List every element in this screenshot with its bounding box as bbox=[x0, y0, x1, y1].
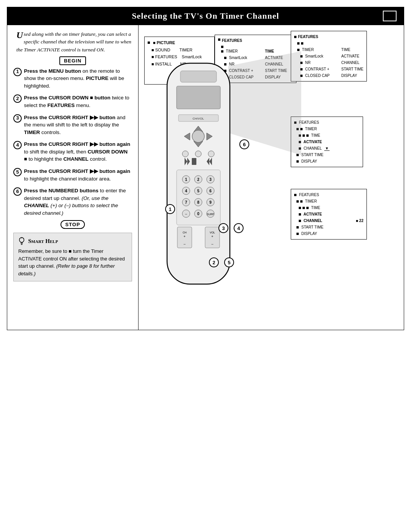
menu-box-4: FEATURES TIMER TIME ACTIVATE CHANNEL ▼ S… bbox=[291, 117, 363, 167]
left-panel: U sed along with the on timer feature, y… bbox=[7, 25, 139, 330]
step-3: 3 Press the CURSOR RIGHT ▶▶ button and t… bbox=[13, 114, 132, 136]
diagram-step-2: 2 bbox=[209, 257, 219, 267]
svg-text:CH/VOL: CH/VOL bbox=[193, 117, 204, 120]
intro-text: U sed along with the on timer feature, y… bbox=[13, 30, 132, 54]
menu-box-5: FEATURES TIMER TIME ACTIVATE CHANNEL ■ 2… bbox=[291, 189, 367, 240]
svg-text:8: 8 bbox=[197, 200, 199, 204]
step-1: 1 Press the MENU button on the remote to… bbox=[13, 67, 132, 90]
page-bottom bbox=[0, 330, 411, 361]
step-text-6: Press the NUMBERED buttons to enter the … bbox=[24, 187, 132, 217]
stop-text: STOP bbox=[61, 220, 84, 229]
step-number-4: 4 bbox=[13, 141, 22, 149]
header-box bbox=[383, 11, 397, 21]
svg-text:–: – bbox=[183, 242, 185, 246]
svg-rect-8 bbox=[180, 71, 217, 82]
svg-point-41 bbox=[192, 130, 204, 142]
begin-text: BEGIN bbox=[59, 56, 86, 65]
menu1-picture: ■ PICTURE bbox=[148, 39, 211, 46]
step-number-6: 6 bbox=[13, 187, 22, 196]
svg-text:–: – bbox=[185, 212, 187, 216]
svg-text:7: 7 bbox=[185, 200, 187, 204]
svg-text:CH: CH bbox=[183, 231, 186, 234]
smart-help-body: Remember, be sure to ■ turn the Timer AC… bbox=[18, 248, 127, 277]
step-text-4: Press the CURSOR RIGHT ▶▶ button again t… bbox=[24, 141, 132, 163]
step-text-5: Press the CURSOR RIGHT ▶▶ button again t… bbox=[24, 168, 132, 182]
smart-help-box: Smart Help Remember, be sure to ■ turn t… bbox=[13, 233, 132, 281]
step-5: 5 Press the CURSOR RIGHT ▶▶ button again… bbox=[13, 168, 132, 182]
svg-text:9: 9 bbox=[209, 200, 212, 204]
stop-label: STOP bbox=[13, 221, 132, 227]
svg-text:SURF: SURF bbox=[207, 213, 214, 216]
intro-body: sed along with the on timer feature, you… bbox=[16, 31, 131, 53]
step-4: 4 Press the CURSOR RIGHT ▶▶ button again… bbox=[13, 141, 132, 163]
diagram-step-5: 5 bbox=[224, 257, 234, 267]
svg-rect-9 bbox=[177, 86, 220, 109]
svg-text:1: 1 bbox=[185, 177, 187, 182]
svg-text:6: 6 bbox=[209, 189, 212, 193]
smart-help-title-text: Smart Help bbox=[28, 238, 58, 244]
diagram-area: ■ PICTURE ■ SOUND TIMER ■ FEATURES Smart… bbox=[142, 29, 400, 326]
step-text-3: Press the CURSOR RIGHT ▶▶ button and the… bbox=[24, 114, 132, 136]
svg-point-42 bbox=[182, 151, 188, 157]
svg-text:+: + bbox=[183, 235, 185, 238]
diagram-step-6: 6 bbox=[239, 139, 249, 149]
drop-cap: U bbox=[16, 30, 23, 40]
step-text-1: Press the MENU button on the remote to s… bbox=[24, 67, 132, 90]
svg-point-44 bbox=[208, 151, 214, 157]
step-number-3: 3 bbox=[13, 114, 22, 123]
svg-text:5: 5 bbox=[197, 189, 199, 193]
step-number-5: 5 bbox=[13, 168, 22, 176]
svg-text:+: + bbox=[211, 235, 213, 238]
page-wrapper: Selecting the TV's On Timer Channel U se… bbox=[0, 7, 411, 361]
svg-point-43 bbox=[195, 151, 201, 157]
remote-control-svg: CH/VOL 1 2 3 4 5 bbox=[146, 59, 253, 296]
step-2: 2 Press the CURSOR DOWN ■ button twice t… bbox=[13, 94, 132, 109]
smart-help-title: Smart Help bbox=[18, 237, 127, 245]
menu1-sound: ■ SOUND TIMER bbox=[148, 46, 211, 54]
svg-rect-55 bbox=[192, 158, 196, 165]
step-number-2: 2 bbox=[13, 94, 22, 103]
title-text: Selecting the TV's On Timer Channel bbox=[132, 11, 279, 21]
svg-text:–: – bbox=[211, 242, 213, 246]
lightbulb-icon bbox=[18, 237, 25, 245]
step-text-2: Press the CURSOR DOWN ■ button twice to … bbox=[24, 94, 132, 109]
begin-label: BEGIN bbox=[13, 58, 132, 64]
svg-text:VOL: VOL bbox=[210, 231, 215, 234]
step-number-1: 1 bbox=[13, 68, 22, 76]
page-header: Selecting the TV's On Timer Channel bbox=[7, 7, 404, 25]
step-6: 6 Press the NUMBERED buttons to enter th… bbox=[13, 187, 132, 217]
svg-text:3: 3 bbox=[209, 177, 212, 182]
diagram-step-3: 3 bbox=[218, 223, 228, 233]
diagram-step-4: 4 bbox=[234, 223, 244, 233]
page-title: Selecting the TV's On Timer Channel bbox=[28, 11, 383, 21]
svg-text:4: 4 bbox=[185, 189, 187, 193]
svg-text:0: 0 bbox=[197, 212, 199, 216]
right-panel: ■ PICTURE ■ SOUND TIMER ■ FEATURES Smart… bbox=[139, 25, 404, 330]
svg-text:2: 2 bbox=[197, 177, 199, 182]
menu-box-3: FEATURES TIMER SmartLock NR CONTRAST + C… bbox=[291, 31, 367, 81]
main-container: U sed along with the on timer feature, y… bbox=[7, 25, 404, 330]
diagram-step-1: 1 bbox=[165, 204, 175, 214]
